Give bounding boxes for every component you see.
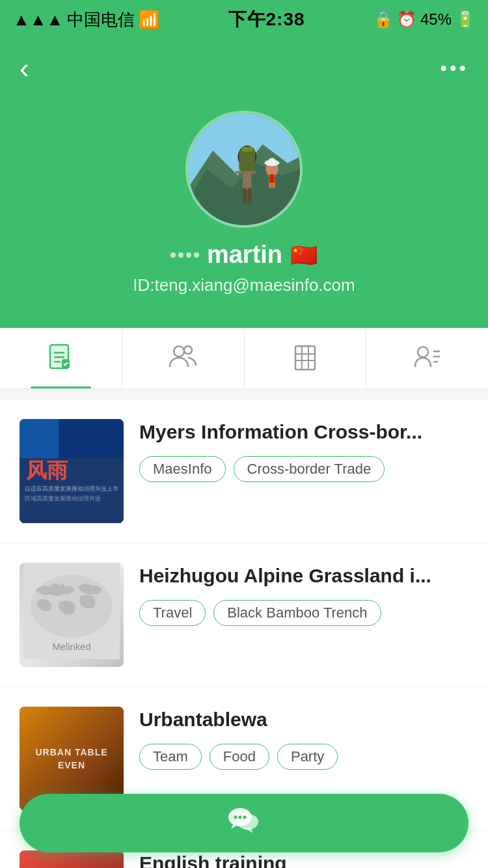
tab-bar (0, 328, 488, 389)
status-right: 🔒 ⏰ 45% 🔋 (373, 10, 475, 29)
wifi-icon: 📶 (139, 10, 159, 30)
svg-text:EVEN: EVEN (58, 760, 85, 770)
avatar-svg (188, 113, 300, 225)
person-lines-icon (414, 344, 441, 375)
dot-4 (194, 252, 199, 258)
svg-point-22 (174, 346, 184, 357)
doc-icon (47, 344, 74, 378)
back-button[interactable]: ‹ (20, 52, 29, 85)
profile-id: ID:teng.xiang@maesinfo.com (133, 275, 355, 295)
status-bar: ▲▲▲ 中国电信 📶 下午2:38 🔒 ⏰ 45% 🔋 (0, 0, 488, 39)
battery-label: 45% (420, 10, 452, 29)
profile-username: martin (207, 241, 282, 269)
svg-rect-14 (268, 158, 275, 165)
svg-text:以适应高质量发展推动治理兴业上市: 以适应高质量发展推动治理兴业上市 (25, 485, 118, 492)
status-left: ▲▲▲ 中国电信 📶 (13, 8, 159, 31)
list-content-2: Heizhugou Alpine Grassland i... Travel B… (139, 563, 468, 626)
tag-maesinfo: MaesInfo (139, 456, 226, 482)
thumbnail-2: Melinked (20, 563, 124, 667)
svg-rect-6 (243, 171, 251, 190)
svg-rect-7 (243, 188, 247, 204)
item-title-1: Myers Information Cross-bor... (139, 419, 468, 444)
thumbnail-1: 风雨 以适应高质量发展推动治理兴业上市 区域高质量发展推动治理兴业 (20, 419, 124, 523)
item-title-3: Urbantablewa (139, 707, 468, 732)
list-item[interactable]: Melinked Heizhugou Alpine Grassland i...… (0, 543, 488, 687)
svg-point-56 (234, 815, 237, 819)
svg-text:区域高质量发展推动治理兴业: 区域高质量发展推动治理兴业 (25, 495, 101, 502)
tag-black-bamboo: Black Bamboo Trench (213, 600, 381, 626)
item-title-2: Heizhugou Alpine Grassland i... (139, 563, 468, 588)
carrier-name: 中国电信 (67, 8, 135, 31)
svg-rect-38 (20, 419, 59, 458)
tag-cross-border: Cross-border Trade (234, 456, 385, 482)
tab-groups[interactable] (244, 328, 366, 388)
svg-point-29 (418, 347, 428, 357)
tab-articles[interactable] (0, 328, 122, 388)
bottom-bar (0, 783, 488, 868)
dot-2 (178, 252, 183, 258)
svg-marker-53 (231, 824, 239, 829)
avatar (185, 111, 303, 228)
svg-point-57 (239, 815, 242, 819)
list-content-3: Urbantablewa Team Food Party (139, 707, 468, 770)
tag-food: Food (210, 744, 269, 770)
svg-point-23 (184, 346, 192, 354)
tag-row-1: MaesInfo Cross-border Trade (139, 456, 468, 482)
avatar-image (188, 113, 300, 225)
lock-icon: 🔒 (373, 10, 393, 29)
header-bar: ‹ ••• (0, 39, 488, 111)
tag-team: Team (139, 744, 202, 770)
tag-row-3: Team Food Party (139, 744, 468, 770)
dot-1 (170, 252, 176, 258)
thumb-image-1: 风雨 以适应高质量发展推动治理兴业上市 区域高质量发展推动治理兴业 (20, 419, 124, 523)
battery-icon: 🔋 (455, 10, 475, 29)
thumb-image-2: Melinked (20, 563, 124, 667)
svg-text:风雨: 风雨 (25, 459, 68, 482)
list-item[interactable]: 风雨 以适应高质量发展推动治理兴业上市 区域高质量发展推动治理兴业 Myers … (0, 400, 488, 543)
people-icon (169, 344, 197, 375)
svg-rect-9 (236, 171, 242, 174)
tag-row-2: Travel Black Bamboo Trench (139, 600, 468, 626)
svg-rect-5 (241, 147, 252, 152)
wechat-dots (170, 252, 199, 258)
svg-rect-24 (295, 346, 315, 370)
tag-travel: Travel (139, 600, 206, 626)
tab-contacts[interactable] (366, 328, 488, 388)
time-display: 下午2:38 (228, 7, 305, 32)
svg-rect-39 (59, 419, 124, 458)
svg-text:URBAN TABLE: URBAN TABLE (35, 747, 107, 757)
profile-flag: 🇨🇳 (290, 242, 318, 268)
svg-rect-4 (239, 149, 255, 170)
tag-party: Party (277, 744, 338, 770)
chat-button[interactable] (20, 794, 468, 852)
svg-rect-10 (251, 171, 257, 174)
building-icon (293, 344, 318, 378)
alarm-icon: ⏰ (397, 10, 416, 29)
dot-3 (186, 252, 191, 258)
chat-icon (226, 804, 262, 843)
svg-point-58 (243, 815, 247, 819)
svg-rect-15 (269, 174, 275, 183)
svg-text:Melinked: Melinked (52, 642, 90, 652)
tab-friends[interactable] (122, 328, 244, 388)
profile-name-row: martin 🇨🇳 (170, 241, 318, 269)
list-content-1: Myers Information Cross-bor... MaesInfo … (139, 419, 468, 482)
more-button[interactable]: ••• (440, 57, 468, 79)
svg-rect-8 (248, 188, 252, 204)
profile-section: martin 🇨🇳 ID:teng.xiang@maesinfo.com (0, 111, 488, 328)
signal-icon: ▲▲▲ (13, 10, 63, 30)
